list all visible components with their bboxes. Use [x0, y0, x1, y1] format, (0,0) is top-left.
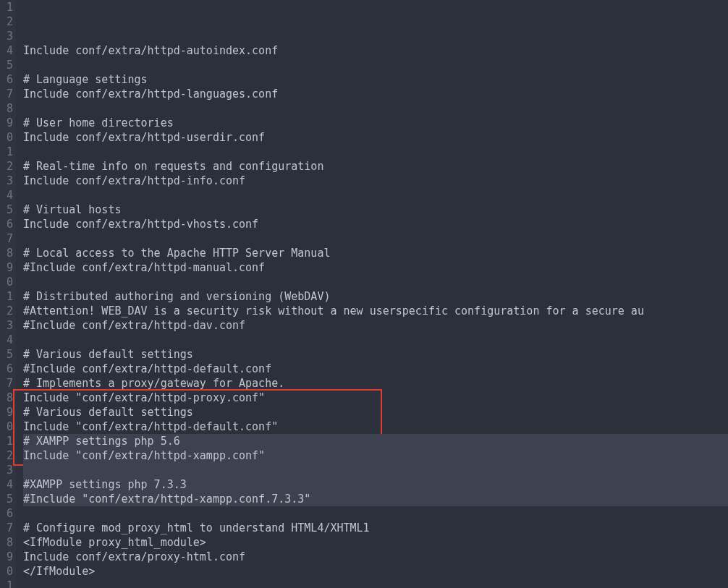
code-line[interactable]: #Include conf/extra/httpd-manual.conf — [23, 260, 728, 275]
line-number: 0 — [0, 130, 13, 145]
code-line[interactable]: Include "conf/extra/httpd-proxy.conf" — [23, 391, 728, 405]
code-line[interactable] — [23, 188, 728, 203]
code-line[interactable]: #Include conf/extra/httpd-dav.conf — [23, 318, 728, 333]
line-number: 8 — [0, 246, 13, 260]
line-number: 8 — [0, 101, 13, 116]
code-line[interactable] — [23, 463, 728, 477]
line-number: 6 — [0, 72, 13, 87]
code-line[interactable]: # Distributed authoring and versioning (… — [23, 289, 728, 304]
line-number: 6 — [0, 506, 13, 521]
line-number: 9 — [0, 550, 13, 564]
line-number: 5 — [0, 203, 13, 217]
line-number: 4 — [0, 477, 13, 492]
code-line[interactable] — [23, 145, 728, 159]
code-line[interactable]: Include conf/extra/httpd-languages.conf — [23, 87, 728, 101]
line-number: 0 — [0, 275, 13, 289]
line-number: 2 — [0, 304, 13, 318]
code-line[interactable]: <IfModule proxy_html_module> — [23, 535, 728, 550]
code-line[interactable]: # Implements a proxy/gateway for Apache. — [23, 376, 728, 391]
line-number: 2 — [0, 14, 13, 29]
line-number: 4 — [0, 188, 13, 203]
line-number: 3 — [0, 174, 13, 188]
line-number: 1 — [0, 145, 13, 159]
code-line[interactable]: # Real-time info on requests and configu… — [23, 159, 728, 174]
line-number: 9 — [0, 405, 13, 419]
line-number: 1 — [0, 0, 13, 14]
code-line[interactable] — [23, 275, 728, 289]
code-line[interactable] — [23, 58, 728, 72]
line-number: 9 — [0, 116, 13, 130]
code-line[interactable]: # User home directories — [23, 116, 728, 130]
line-number: 8 — [0, 391, 13, 405]
code-line[interactable] — [23, 333, 728, 347]
line-number: 7 — [0, 376, 13, 391]
line-number-gutter: 1234567890123456789012345678901234567890… — [0, 0, 16, 588]
line-number: 6 — [0, 362, 13, 376]
code-line[interactable] — [23, 579, 728, 588]
line-number: 6 — [0, 217, 13, 231]
code-line[interactable]: # XAMPP settings php 5.6 — [23, 434, 728, 448]
line-number: 0 — [0, 419, 13, 434]
code-line[interactable]: Include "conf/extra/httpd-xampp.conf" — [23, 448, 728, 463]
line-number: 2 — [0, 159, 13, 174]
code-line[interactable]: Include conf/extra/httpd-info.conf — [23, 174, 728, 188]
line-number: 4 — [0, 333, 13, 347]
line-number: 7 — [0, 521, 13, 535]
code-area[interactable]: Include conf/extra/httpd-autoindex.conf#… — [16, 0, 728, 588]
code-line[interactable]: # Configure mod_proxy_html to understand… — [23, 521, 728, 535]
code-line[interactable]: Include conf/extra/httpd-userdir.conf — [23, 130, 728, 145]
line-number: 9 — [0, 260, 13, 275]
line-number: 7 — [0, 231, 13, 246]
code-line[interactable]: # Local access to the Apache HTTP Server… — [23, 246, 728, 260]
code-line[interactable]: #Attention! WEB_DAV is a security risk w… — [23, 304, 728, 318]
line-number: 8 — [0, 535, 13, 550]
code-line[interactable]: #Include "conf/extra/httpd-xampp.conf.7.… — [23, 492, 728, 506]
code-line[interactable]: Include "conf/extra/httpd-default.conf" — [23, 419, 728, 434]
code-line[interactable]: </IfModule> — [23, 564, 728, 579]
code-line[interactable]: # Virtual hosts — [23, 203, 728, 217]
code-line[interactable]: #Include conf/extra/httpd-default.conf — [23, 362, 728, 376]
line-number: 2 — [0, 448, 13, 463]
line-number: 0 — [0, 564, 13, 579]
line-number: 5 — [0, 58, 13, 72]
line-number: 3 — [0, 463, 13, 477]
line-number: 1 — [0, 289, 13, 304]
line-number: 1 — [0, 434, 13, 448]
code-editor[interactable]: 1234567890123456789012345678901234567890… — [0, 0, 728, 588]
line-number: 4 — [0, 43, 13, 58]
code-line[interactable]: # Various default settings — [23, 405, 728, 419]
line-number: 5 — [0, 492, 13, 506]
code-line[interactable] — [23, 506, 728, 521]
line-number: 3 — [0, 29, 13, 43]
line-number: 1 — [0, 579, 13, 588]
code-line[interactable]: # Language settings — [23, 72, 728, 87]
code-line[interactable] — [23, 101, 728, 116]
line-number: 7 — [0, 87, 13, 101]
code-line[interactable]: Include conf/extra/httpd-autoindex.conf — [23, 43, 728, 58]
code-line[interactable]: #XAMPP settings php 7.3.3 — [23, 477, 728, 492]
line-number: 3 — [0, 318, 13, 333]
code-line[interactable]: Include conf/extra/proxy-html.conf — [23, 550, 728, 564]
code-line[interactable]: # Various default settings — [23, 347, 728, 362]
code-line[interactable] — [23, 231, 728, 246]
line-number: 5 — [0, 347, 13, 362]
code-line[interactable]: Include conf/extra/httpd-vhosts.conf — [23, 217, 728, 231]
